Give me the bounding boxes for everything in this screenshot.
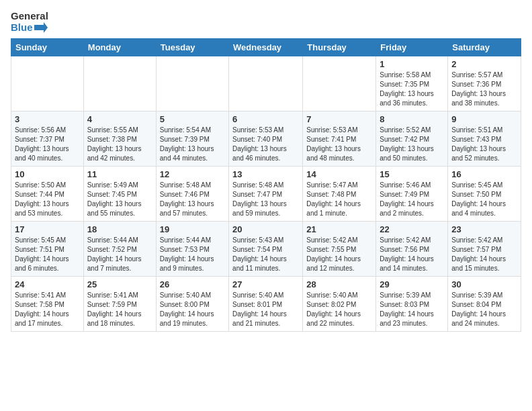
day-info: Sunrise: 5:50 AM Sunset: 7:44 PM Dayligh… [15,181,80,218]
calendar-cell: 7Sunrise: 5:53 AM Sunset: 7:41 PM Daylig… [303,111,376,167]
logo: General Blue [11,11,48,33]
day-info: Sunrise: 5:58 AM Sunset: 7:35 PM Dayligh… [380,71,444,108]
calendar-cell [229,56,303,111]
calendar-cell: 26Sunrise: 5:40 AM Sunset: 8:00 PM Dayli… [156,277,228,332]
calendar-cell: 18Sunrise: 5:44 AM Sunset: 7:52 PM Dayli… [83,222,156,277]
day-info: Sunrise: 5:45 AM Sunset: 7:50 PM Dayligh… [451,181,517,218]
calendar-cell: 23Sunrise: 5:42 AM Sunset: 7:57 PM Dayli… [448,222,521,277]
calendar-cell: 8Sunrise: 5:52 AM Sunset: 7:42 PM Daylig… [376,111,448,167]
calendar-week-row: 1Sunrise: 5:58 AM Sunset: 7:35 PM Daylig… [11,56,521,111]
day-number: 24 [15,279,80,289]
day-number: 9 [451,114,517,124]
calendar-cell: 22Sunrise: 5:42 AM Sunset: 7:56 PM Dayli… [376,222,448,277]
day-info: Sunrise: 5:40 AM Sunset: 8:00 PM Dayligh… [160,291,225,328]
calendar-cell [83,56,156,111]
day-info: Sunrise: 5:49 AM Sunset: 7:45 PM Dayligh… [87,181,152,218]
day-info: Sunrise: 5:41 AM Sunset: 7:59 PM Dayligh… [87,291,152,328]
day-number: 15 [380,169,444,179]
day-info: Sunrise: 5:42 AM Sunset: 7:55 PM Dayligh… [306,236,372,273]
calendar-week-row: 3Sunrise: 5:56 AM Sunset: 7:37 PM Daylig… [11,111,521,167]
calendar-table: SundayMondayTuesdayWednesdayThursdayFrid… [11,38,521,332]
day-info: Sunrise: 5:48 AM Sunset: 7:47 PM Dayligh… [232,181,299,218]
weekday-header: Wednesday [229,39,303,56]
calendar-cell: 1Sunrise: 5:58 AM Sunset: 7:35 PM Daylig… [376,56,448,111]
weekday-header: Monday [83,39,156,56]
calendar-cell [156,56,228,111]
logo-general: General [11,11,48,22]
day-info: Sunrise: 5:40 AM Sunset: 8:01 PM Dayligh… [232,291,299,328]
calendar-cell: 4Sunrise: 5:55 AM Sunset: 7:38 PM Daylig… [83,111,156,167]
day-number: 29 [380,279,444,289]
day-number: 25 [87,279,152,289]
calendar-week-row: 17Sunrise: 5:45 AM Sunset: 7:51 PM Dayli… [11,222,521,277]
day-info: Sunrise: 5:52 AM Sunset: 7:42 PM Dayligh… [380,126,444,163]
day-number: 22 [380,224,444,234]
day-number: 14 [306,169,372,179]
day-info: Sunrise: 5:41 AM Sunset: 7:58 PM Dayligh… [15,291,80,328]
calendar-cell: 21Sunrise: 5:42 AM Sunset: 7:55 PM Dayli… [303,222,376,277]
calendar-cell: 3Sunrise: 5:56 AM Sunset: 7:37 PM Daylig… [11,111,84,167]
calendar-cell: 16Sunrise: 5:45 AM Sunset: 7:50 PM Dayli… [448,167,521,222]
day-number: 17 [15,224,80,234]
day-info: Sunrise: 5:56 AM Sunset: 7:37 PM Dayligh… [15,126,80,163]
day-number: 20 [232,224,299,234]
calendar-cell: 13Sunrise: 5:48 AM Sunset: 7:47 PM Dayli… [229,167,303,222]
day-info: Sunrise: 5:45 AM Sunset: 7:51 PM Dayligh… [15,236,80,273]
day-info: Sunrise: 5:51 AM Sunset: 7:43 PM Dayligh… [451,126,517,163]
day-number: 12 [160,169,225,179]
calendar-cell: 10Sunrise: 5:50 AM Sunset: 7:44 PM Dayli… [11,167,84,222]
day-info: Sunrise: 5:40 AM Sunset: 8:02 PM Dayligh… [306,291,372,328]
day-number: 11 [87,169,152,179]
svg-marker-0 [34,22,48,33]
day-info: Sunrise: 5:55 AM Sunset: 7:38 PM Dayligh… [87,126,152,163]
day-number: 21 [306,224,372,234]
day-number: 26 [160,279,225,289]
day-number: 6 [232,114,299,124]
day-number: 30 [451,279,517,289]
weekday-header: Tuesday [156,39,228,56]
day-info: Sunrise: 5:42 AM Sunset: 7:57 PM Dayligh… [451,236,517,273]
calendar-header-row: SundayMondayTuesdayWednesdayThursdayFrid… [11,39,521,56]
weekday-header: Sunday [11,39,84,56]
day-number: 13 [232,169,299,179]
day-number: 28 [306,279,372,289]
day-info: Sunrise: 5:57 AM Sunset: 7:36 PM Dayligh… [451,71,517,108]
day-info: Sunrise: 5:54 AM Sunset: 7:39 PM Dayligh… [160,126,225,163]
day-number: 27 [232,279,299,289]
calendar-cell: 20Sunrise: 5:43 AM Sunset: 7:54 PM Dayli… [229,222,303,277]
calendar-cell: 11Sunrise: 5:49 AM Sunset: 7:45 PM Dayli… [83,167,156,222]
calendar-cell: 14Sunrise: 5:47 AM Sunset: 7:48 PM Dayli… [303,167,376,222]
calendar-cell: 5Sunrise: 5:54 AM Sunset: 7:39 PM Daylig… [156,111,228,167]
calendar-cell [303,56,376,111]
calendar-cell: 12Sunrise: 5:48 AM Sunset: 7:46 PM Dayli… [156,167,228,222]
day-info: Sunrise: 5:53 AM Sunset: 7:40 PM Dayligh… [232,126,299,163]
day-info: Sunrise: 5:42 AM Sunset: 7:56 PM Dayligh… [380,236,444,273]
day-number: 16 [451,169,517,179]
weekday-header: Friday [376,39,448,56]
weekday-header: Thursday [303,39,376,56]
day-number: 8 [380,114,444,124]
day-info: Sunrise: 5:44 AM Sunset: 7:52 PM Dayligh… [87,236,152,273]
calendar-cell: 28Sunrise: 5:40 AM Sunset: 8:02 PM Dayli… [303,277,376,332]
day-info: Sunrise: 5:47 AM Sunset: 7:48 PM Dayligh… [306,181,372,218]
calendar-cell: 6Sunrise: 5:53 AM Sunset: 7:40 PM Daylig… [229,111,303,167]
calendar-cell: 9Sunrise: 5:51 AM Sunset: 7:43 PM Daylig… [448,111,521,167]
day-number: 10 [15,169,80,179]
logo-blue: Blue [11,22,48,34]
calendar-cell: 30Sunrise: 5:39 AM Sunset: 8:04 PM Dayli… [448,277,521,332]
day-number: 23 [451,224,517,234]
logo-arrow-icon [34,22,48,33]
day-info: Sunrise: 5:44 AM Sunset: 7:53 PM Dayligh… [160,236,225,273]
calendar-cell: 27Sunrise: 5:40 AM Sunset: 8:01 PM Dayli… [229,277,303,332]
calendar-cell: 15Sunrise: 5:46 AM Sunset: 7:49 PM Dayli… [376,167,448,222]
day-info: Sunrise: 5:43 AM Sunset: 7:54 PM Dayligh… [232,236,299,273]
calendar-week-row: 10Sunrise: 5:50 AM Sunset: 7:44 PM Dayli… [11,167,521,222]
calendar-cell [11,56,84,111]
day-info: Sunrise: 5:39 AM Sunset: 8:04 PM Dayligh… [451,291,517,328]
calendar-cell: 17Sunrise: 5:45 AM Sunset: 7:51 PM Dayli… [11,222,84,277]
day-number: 2 [451,59,517,69]
day-number: 7 [306,114,372,124]
day-number: 5 [160,114,225,124]
day-number: 4 [87,114,152,124]
weekday-header: Saturday [448,39,521,56]
